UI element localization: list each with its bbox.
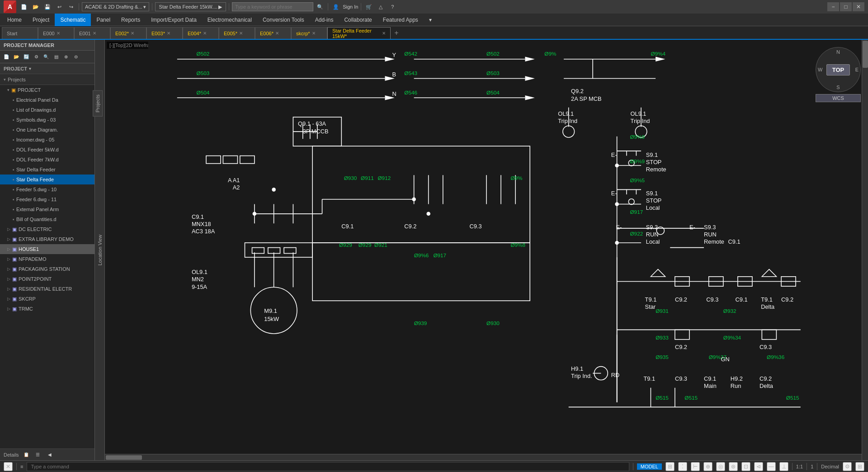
details-icon2[interactable]: ☰ xyxy=(33,450,42,459)
tree-packaging[interactable]: ▷ ▣ PACKAGING STATION xyxy=(0,264,94,274)
menu-schematic[interactable]: Schematic xyxy=(55,14,91,26)
tree-item-7[interactable]: ▪ Star Delta Feeder xyxy=(0,165,94,175)
ptool-expand[interactable]: ⊕ xyxy=(61,52,71,61)
tree-item-8[interactable]: ▪ Star Delta Feede xyxy=(0,175,94,184)
close-btn[interactable]: ✕ xyxy=(853,2,864,11)
menu-overflow[interactable]: ▾ xyxy=(424,14,437,26)
tab-start[interactable]: Start xyxy=(2,27,38,39)
tree-item-3[interactable]: ▪ One Line Diagram. xyxy=(0,125,94,135)
tab-star-delta-close[interactable]: ✕ xyxy=(382,31,386,36)
tree-skcrp[interactable]: ▷ ▣ SKCRP xyxy=(0,294,94,304)
tab-e004[interactable]: E004* ✕ xyxy=(183,27,219,39)
tree-item-1[interactable]: ▪ List of Drawings.d xyxy=(0,105,94,115)
tree-item-9[interactable]: ▪ Feeder 5.dwg - 10 xyxy=(0,184,94,194)
menu-reports[interactable]: Reports xyxy=(116,14,146,26)
tree-residential[interactable]: ▷ ▣ RESIDENTIAL ELECTR xyxy=(0,284,94,294)
undo-btn[interactable]: ↩ xyxy=(54,2,64,11)
tab-e002-close[interactable]: ✕ xyxy=(131,31,134,36)
save-btn[interactable]: 💾 xyxy=(42,2,52,11)
tree-extra-lib[interactable]: ▷ ▣ EXTRA LIBRARY DEMO xyxy=(0,234,94,244)
cube-top-face[interactable]: TOP xyxy=(826,64,850,76)
tab-e004-close[interactable]: ✕ xyxy=(203,31,207,36)
vertical-scroll-thumb[interactable] xyxy=(863,41,868,68)
tab-star-delta[interactable]: Star Delta Feeder 15kW* ✕ xyxy=(327,27,391,39)
menu-panel[interactable]: Panel xyxy=(91,14,116,26)
cart-btn[interactable]: 🛒 xyxy=(364,2,374,11)
tab-skcrp[interactable]: skcrp* ✕ xyxy=(291,27,327,39)
ptool-open[interactable]: 📂 xyxy=(12,52,21,61)
search-input[interactable] xyxy=(232,2,313,11)
model-button[interactable]: MODEL xyxy=(637,463,662,470)
ptool-filter[interactable]: ▤ xyxy=(52,52,61,61)
tree-item-4[interactable]: ▪ Incomer.dwg - 05 xyxy=(0,135,94,145)
tab-skcrp-close[interactable]: ✕ xyxy=(312,31,316,36)
vertical-scrollbar[interactable] xyxy=(862,40,868,460)
restore-btn[interactable]: □ xyxy=(840,2,852,11)
ptool-find[interactable]: 🔍 xyxy=(42,52,51,61)
menu-project[interactable]: Project xyxy=(27,14,55,26)
details-icon3[interactable]: ◀ xyxy=(45,450,54,459)
tab-e006[interactable]: E006* ✕ xyxy=(255,27,291,39)
sign-in-btn[interactable]: 👤 xyxy=(331,2,341,11)
ptool-refresh[interactable]: 🔄 xyxy=(22,52,31,61)
ptool-collapse[interactable]: ⊖ xyxy=(71,52,80,61)
tab-e006-close[interactable]: ✕ xyxy=(275,31,279,36)
details-icon1[interactable]: 📋 xyxy=(22,450,31,459)
snap-btn[interactable]: ⁚ xyxy=(678,462,687,471)
open-btn[interactable]: 📂 xyxy=(31,2,41,11)
tree-item-10[interactable]: ▪ Feeder 6.dwg - 11 xyxy=(0,194,94,204)
tree-trmc[interactable]: ▷ ▣ TRMC xyxy=(0,304,94,314)
projects-vertical-tab[interactable]: Projects xyxy=(93,90,103,117)
tree-item-11[interactable]: ▪ External Panel Arm xyxy=(0,204,94,214)
file-nav[interactable]: Star Delta Feeder 15kW.... ▶ xyxy=(155,2,226,11)
menu-collaborate[interactable]: Collaborate xyxy=(339,14,377,26)
help-btn[interactable]: ? xyxy=(387,2,397,11)
tree-dc-electric[interactable]: ▷ ▣ DC ELECTRIC xyxy=(0,224,94,234)
menu-home[interactable]: Home xyxy=(2,14,27,26)
settings-icon-btn[interactable]: ⚙ xyxy=(843,462,852,471)
tab-e000[interactable]: E000 ✕ xyxy=(38,27,74,39)
menu-electromech[interactable]: Electromechanical xyxy=(202,14,257,26)
wcs-label[interactable]: WCS xyxy=(816,94,861,102)
lw-btn[interactable]: — xyxy=(767,462,776,471)
search-btn[interactable]: 🔍 xyxy=(315,2,325,11)
tree-point2point[interactable]: ▷ ▣ POINT2POINT xyxy=(0,274,94,284)
tab-e003[interactable]: E003* ✕ xyxy=(146,27,183,39)
horizontal-scroll-thumb[interactable] xyxy=(106,455,142,460)
new-btn[interactable]: 📄 xyxy=(19,2,29,11)
menu-featured-apps[interactable]: Featured Apps xyxy=(377,14,424,26)
redo-btn[interactable]: ↪ xyxy=(66,2,76,11)
drawing-area[interactable]: [-][Top][2D Wireframe] xyxy=(105,40,868,460)
tab-e002[interactable]: E002* ✕ xyxy=(110,27,146,39)
tree-item-2[interactable]: ▪ Symbols.dwg - 03 xyxy=(0,115,94,125)
tab-e000-close[interactable]: ✕ xyxy=(57,31,60,36)
tab-e001[interactable]: E001 ✕ xyxy=(74,27,110,39)
tab-e005-close[interactable]: ✕ xyxy=(239,31,243,36)
tree-item-12[interactable]: ▪ Bill of Quantities.d xyxy=(0,214,94,224)
ucs-btn[interactable]: ⊡ xyxy=(741,462,750,471)
layout-icon-btn[interactable]: ⊞ xyxy=(855,462,864,471)
tree-item-5[interactable]: ▪ DOL Feeder 5kW.d xyxy=(0,145,94,155)
polar-btn[interactable]: ⊕ xyxy=(703,462,712,471)
tab-e001-close[interactable]: ✕ xyxy=(93,31,96,36)
tab-e003-close[interactable]: ✕ xyxy=(167,31,170,36)
tab-e005[interactable]: E005* ✕ xyxy=(219,27,255,39)
project-section[interactable]: PROJECT ▾ xyxy=(0,63,94,74)
ortho-btn[interactable]: ⊢ xyxy=(691,462,700,471)
app-dropdown[interactable]: ACADE & 2D Drafting &... ▾ xyxy=(82,2,149,11)
dyn-btn[interactable]: ⊲ xyxy=(754,462,763,471)
tree-project[interactable]: ▾ ▣ PROJECT xyxy=(0,85,94,95)
tree-nfpa[interactable]: ▷ ▣ NFPADEMO xyxy=(0,254,94,264)
triangle-btn[interactable]: △ xyxy=(376,2,386,11)
command-input[interactable] xyxy=(27,462,629,471)
close-status-btn[interactable]: ✕ xyxy=(4,462,13,471)
menu-conversion[interactable]: Conversion Tools xyxy=(257,14,310,26)
tp-btn[interactable]: ⊥ xyxy=(779,462,788,471)
grid-btn[interactable]: ⊞ xyxy=(665,462,675,471)
menu-import-export[interactable]: Import/Export Data xyxy=(146,14,202,26)
ptool-new[interactable]: 📄 xyxy=(2,52,11,61)
tree-house1[interactable]: ▷ ▣ HOUSE1 xyxy=(0,244,94,254)
minimize-btn[interactable]: − xyxy=(827,2,839,11)
horizontal-scrollbar[interactable] xyxy=(105,454,862,460)
osnap-btn[interactable]: ◎ xyxy=(716,462,725,471)
